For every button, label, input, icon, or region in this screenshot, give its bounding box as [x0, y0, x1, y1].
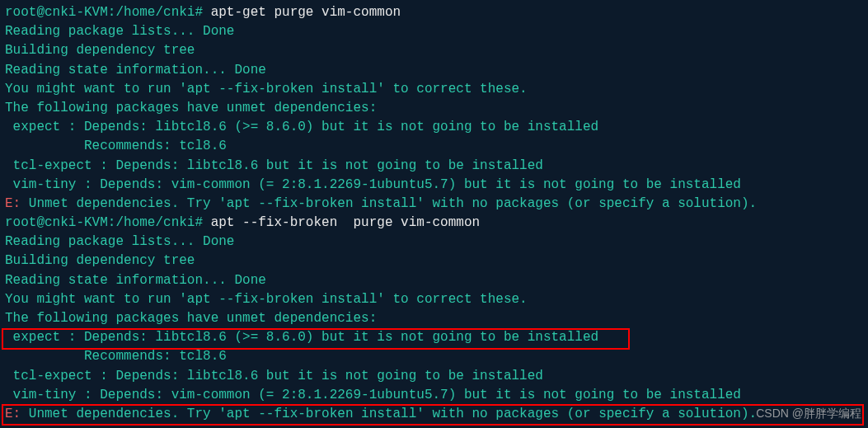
terminal-line: root@cnki-KVM:/home/cnki# apt-get purge … — [5, 3, 863, 22]
output-line: Building dependency tree — [5, 252, 863, 270]
output-line: vim-tiny : Depends: vim-common (= 2:8.1.… — [5, 386, 863, 405]
command-text: apt --fix-broken purge vim-common — [211, 215, 480, 230]
output-line: You might want to run 'apt --fix-broken … — [5, 80, 863, 99]
output-line: expect : Depends: libtcl8.6 (>= 8.6.0) b… — [5, 118, 863, 137]
error-text: Unmet dependencies. Try 'apt --fix-broke… — [29, 196, 757, 211]
output-line: Reading package lists... Done — [5, 233, 863, 252]
output-line: You might want to run 'apt --fix-broken … — [5, 290, 863, 309]
error-prefix: E: — [5, 196, 29, 211]
output-line: Reading state information... Done — [5, 61, 863, 80]
terminal-line: root@cnki-KVM:/home/cnki# apt --fix-brok… — [5, 214, 863, 233]
output-line: expect : Depends: libtcl8.6 (>= 8.6.0) b… — [5, 328, 863, 347]
command-text: apt-get purge vim-common — [211, 5, 401, 20]
output-line: The following packages have unmet depend… — [5, 309, 863, 328]
shell-prompt: root@cnki-KVM:/home/cnki# — [5, 215, 211, 230]
output-line: Reading package lists... Done — [5, 22, 863, 41]
error-line: E: Unmet dependencies. Try 'apt --fix-br… — [5, 195, 863, 214]
output-line: tcl-expect : Depends: libtcl8.6 but it i… — [5, 367, 863, 386]
watermark-text: CSDN @胖胖学编程 — [756, 405, 861, 421]
output-line: Recommends: tcl8.6 — [5, 347, 863, 366]
error-prefix: E: — [5, 407, 29, 421]
shell-prompt: root@cnki-KVM:/home/cnki# — [5, 5, 211, 20]
output-line: vim-tiny : Depends: vim-common (= 2:8.1.… — [5, 176, 863, 195]
output-line: Reading state information... Done — [5, 271, 863, 290]
output-line: tcl-expect : Depends: libtcl8.6 but it i… — [5, 157, 863, 176]
output-line: The following packages have unmet depend… — [5, 99, 863, 118]
error-text: Unmet dependencies. Try 'apt --fix-broke… — [29, 407, 757, 421]
error-line: E: Unmet dependencies. Try 'apt --fix-br… — [5, 405, 863, 424]
output-line: Recommends: tcl8.6 — [5, 137, 863, 156]
output-line: Building dependency tree — [5, 41, 863, 60]
